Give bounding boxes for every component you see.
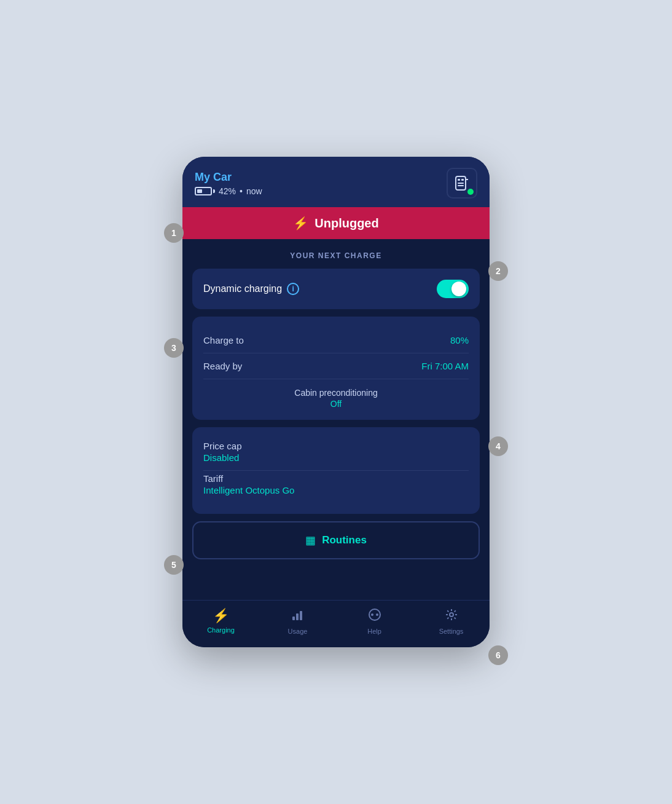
main-content: YOUR NEXT CHARGE Dynamic charging i Char… (182, 239, 490, 600)
annotation-6: 6 (488, 645, 508, 665)
charge-settings-card: Charge to 80% Ready by Fri 7:00 AM Cabin… (192, 317, 480, 420)
header: My Car 42% • now (182, 157, 490, 207)
dynamic-charging-text: Dynamic charging (203, 283, 282, 294)
charging-nav-icon: ⚡ (213, 608, 229, 624)
tariff-value: Intelligent Octopus Go (203, 485, 469, 495)
svg-rect-4 (458, 185, 464, 186)
nav-item-usage[interactable]: Usage (259, 608, 336, 635)
tariff-row[interactable]: Tariff Intelligent Octopus Go (203, 471, 469, 503)
svg-point-12 (450, 613, 453, 617)
nav-item-settings[interactable]: Settings (413, 608, 490, 635)
phone-frame: My Car 42% • now (182, 157, 490, 647)
svg-rect-8 (300, 611, 302, 620)
online-status-dot (467, 189, 474, 195)
section-title: YOUR NEXT CHARGE (192, 251, 480, 260)
nav-item-help[interactable]: Help (336, 608, 413, 635)
ready-by-label: Ready by (203, 361, 242, 371)
dynamic-charging-toggle[interactable] (437, 280, 469, 298)
annotation-4: 4 (488, 436, 508, 456)
cabin-label: Cabin preconditioning (203, 388, 469, 398)
routines-label: Routines (322, 534, 367, 546)
tariff-label: Tariff (203, 473, 469, 484)
nav-item-charging[interactable]: ⚡ Charging (182, 608, 259, 635)
svg-rect-1 (458, 179, 460, 181)
plug-icon: ⚡ (293, 216, 308, 231)
info-icon[interactable]: i (287, 283, 299, 295)
price-cap-row[interactable]: Price cap Disabled (203, 438, 469, 470)
annotation-3: 3 (164, 338, 184, 358)
battery-icon (195, 187, 215, 195)
battery-body (195, 187, 212, 195)
charge-to-value: 80% (450, 335, 469, 345)
bottom-nav: ⚡ Charging Usage (182, 600, 490, 647)
header-left: My Car 42% • now (195, 171, 262, 196)
svg-point-9 (369, 609, 380, 620)
cabin-value: Off (203, 399, 469, 409)
settings-nav-label: Settings (439, 628, 464, 635)
usage-nav-icon (291, 608, 305, 625)
routines-button[interactable]: ▦ Routines (192, 521, 480, 559)
car-name: My Car (195, 171, 262, 184)
charge-to-row[interactable]: Charge to 80% (203, 328, 469, 353)
dynamic-charging-card: Dynamic charging i (192, 269, 480, 309)
annotation-2: 2 (488, 261, 508, 281)
price-tariff-card: Price cap Disabled Tariff Intelligent Oc… (192, 427, 480, 514)
battery-row: 42% • now (195, 186, 262, 196)
spacer (192, 569, 480, 588)
price-cap-label: Price cap (203, 441, 469, 451)
routines-icon: ▦ (305, 534, 316, 547)
status-text: Unplugged (315, 216, 378, 231)
price-cap-value: Disabled (203, 452, 469, 463)
svg-rect-6 (292, 617, 295, 620)
cabin-preconditioning-row[interactable]: Cabin preconditioning Off (203, 379, 469, 409)
svg-point-10 (371, 613, 373, 616)
toggle-thumb (451, 282, 466, 296)
usage-nav-label: Usage (288, 628, 308, 635)
help-nav-label: Help (367, 628, 381, 635)
battery-dot: • (240, 186, 243, 196)
annotation-5: 5 (164, 555, 184, 575)
status-bar: ⚡ Unplugged (182, 207, 490, 239)
charge-to-label: Charge to (203, 335, 244, 345)
battery-fill (197, 189, 202, 193)
svg-rect-2 (461, 179, 464, 181)
ready-by-row[interactable]: Ready by Fri 7:00 AM (203, 353, 469, 379)
ready-by-value: Fri 7:00 AM (421, 361, 469, 371)
charger-device-icon (447, 168, 477, 199)
svg-rect-3 (458, 183, 464, 184)
help-nav-icon (368, 608, 381, 625)
svg-point-11 (376, 613, 378, 616)
svg-rect-7 (296, 613, 299, 620)
battery-percent: 42% (219, 186, 236, 196)
battery-tip (213, 189, 215, 193)
battery-time: now (246, 186, 262, 196)
charging-nav-label: Charging (207, 626, 235, 634)
dynamic-charging-label: Dynamic charging i (203, 283, 299, 295)
dynamic-charging-row: Dynamic charging i (203, 280, 469, 298)
settings-nav-icon (445, 608, 458, 625)
annotation-1: 1 (164, 223, 184, 243)
